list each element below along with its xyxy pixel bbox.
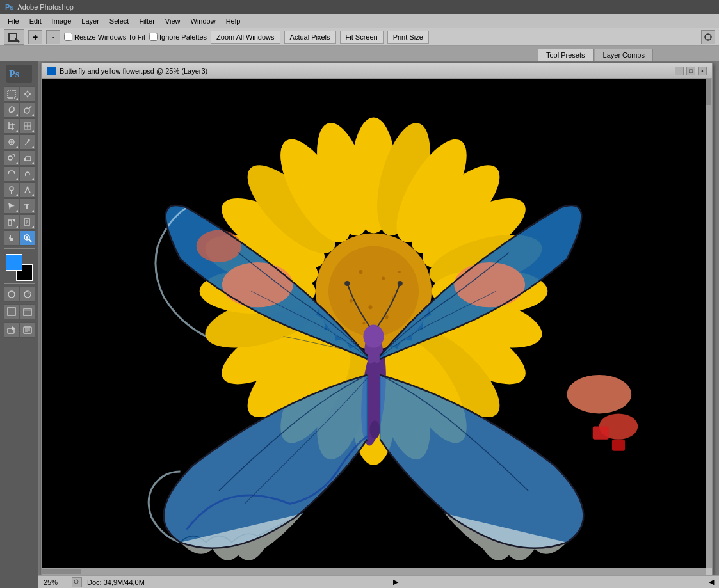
svg-rect-30 [26, 157, 31, 161]
dodge-tool[interactable] [4, 182, 19, 198]
standard-mode-button[interactable] [4, 287, 19, 302]
svg-point-33 [10, 187, 13, 191]
menu-image[interactable]: Image [47, 16, 77, 26]
menu-layer[interactable]: Layer [76, 16, 104, 26]
clone-stamp-tool[interactable] [4, 150, 19, 166]
standard-screen-button[interactable] [4, 304, 19, 319]
artwork-svg [42, 79, 706, 568]
notes-tool[interactable] [20, 214, 35, 230]
fit-screen-button[interactable]: Fit Screen [340, 31, 384, 44]
fg-bg-colors [6, 254, 33, 281]
menu-edit[interactable]: Edit [24, 16, 47, 26]
current-tool-icon [4, 29, 24, 45]
history-brush-tool[interactable] [4, 166, 19, 182]
svg-line-112 [78, 583, 80, 585]
shape-tool[interactable] [4, 214, 19, 230]
menu-help[interactable]: Help [221, 16, 246, 26]
move-tool[interactable] [20, 86, 35, 102]
window-controls: _ □ × [675, 67, 707, 75]
menu-select[interactable]: Select [104, 16, 134, 26]
menu-window[interactable]: Window [186, 16, 221, 26]
zoom-out-button[interactable]: - [46, 30, 60, 44]
svg-point-93 [362, 322, 365, 324]
svg-point-91 [350, 299, 353, 303]
horizontal-scroll-thumb[interactable] [42, 569, 81, 574]
menu-file[interactable]: File [3, 16, 24, 26]
tool-options-icon[interactable] [701, 30, 715, 44]
close-button[interactable]: × [698, 67, 707, 75]
svg-point-47 [8, 291, 15, 298]
pen-tool[interactable] [20, 182, 35, 198]
svg-point-101 [363, 325, 384, 348]
svg-point-102 [344, 281, 350, 286]
zoom-icon-button[interactable] [72, 577, 82, 587]
svg-rect-2 [8, 40, 17, 42]
tab-layer-comps[interactable]: Layer Comps [595, 49, 653, 61]
slice-tool[interactable] [20, 118, 35, 134]
svg-marker-14 [24, 93, 31, 95]
zoom-in-button[interactable]: + [28, 30, 42, 44]
healing-brush-tool[interactable] [4, 134, 19, 150]
brush-tool[interactable] [20, 134, 35, 150]
ignore-palettes-checkbox[interactable] [149, 33, 158, 41]
rectangular-marquee-tool[interactable] [4, 86, 19, 102]
full-screen-button[interactable] [20, 304, 35, 319]
eraser-tool[interactable] [20, 150, 35, 166]
svg-rect-31 [24, 158, 26, 161]
svg-line-28 [12, 154, 14, 155]
type-tool[interactable]: T [20, 198, 35, 214]
menu-bar: File Edit Image Layer Select Filter View… [0, 14, 719, 28]
tab-tool-presets[interactable]: Tool Presets [538, 49, 594, 61]
svg-rect-49 [8, 308, 15, 315]
menu-filter[interactable]: Filter [134, 16, 159, 26]
path-selection-tool[interactable] [4, 198, 19, 214]
svg-line-16 [29, 106, 31, 109]
horizontal-scrollbar[interactable] [42, 568, 706, 575]
svg-rect-51 [24, 309, 31, 311]
vertical-scrollbar[interactable] [706, 79, 712, 568]
menu-view[interactable]: View [160, 16, 186, 26]
document-icon [47, 67, 56, 75]
crop-tool-row [4, 118, 35, 134]
minimize-button[interactable]: _ [675, 67, 684, 75]
restore-button[interactable]: □ [686, 67, 695, 75]
jump-to-imageready-button[interactable] [4, 322, 19, 338]
quick-mask-button[interactable] [20, 287, 35, 302]
healing-tool-row [4, 134, 35, 150]
resize-windows-checkbox[interactable] [64, 33, 72, 41]
lasso-tool-row [4, 102, 35, 118]
foreground-color-swatch[interactable] [6, 254, 22, 271]
svg-point-27 [8, 156, 12, 160]
svg-point-87 [359, 270, 362, 274]
quick-selection-tool[interactable] [20, 102, 35, 118]
actual-pixels-button[interactable]: Actual Pixels [284, 31, 336, 44]
svg-rect-1 [8, 33, 10, 42]
blur-tool[interactable] [20, 166, 35, 182]
svg-rect-38 [8, 220, 12, 225]
canvas-area: Butterfly and yellow flower.psd @ 25% (L… [38, 61, 719, 588]
status-scroll-indicator[interactable]: ◀ [709, 578, 714, 586]
lasso-tool[interactable] [4, 102, 19, 118]
ps-logo-icon: Ps [5, 3, 13, 11]
svg-line-44 [29, 239, 31, 242]
vertical-scroll-thumb[interactable] [706, 79, 711, 105]
svg-marker-32 [7, 173, 10, 174]
zoom-all-windows-button[interactable]: Zoom All Windows [211, 31, 280, 44]
svg-point-107 [567, 375, 631, 413]
svg-point-88 [382, 277, 385, 280]
jump-to-imageready-row [4, 322, 35, 338]
svg-point-111 [74, 580, 78, 584]
svg-marker-13 [26, 90, 29, 98]
hand-tool[interactable] [4, 230, 19, 246]
mode-row [4, 287, 35, 302]
app-title: Adobe Photoshop [17, 3, 73, 11]
svg-point-89 [368, 305, 372, 309]
toolbox: Ps [0, 61, 38, 588]
zoom-tool[interactable] [20, 230, 35, 246]
status-forward-arrow[interactable]: ▶ [393, 578, 398, 586]
crop-tool[interactable] [4, 118, 19, 134]
print-size-button[interactable]: Print Size [387, 31, 429, 44]
zoom-level: 25% [44, 578, 67, 586]
canvas-content [42, 79, 706, 568]
extras-button[interactable] [20, 322, 35, 338]
